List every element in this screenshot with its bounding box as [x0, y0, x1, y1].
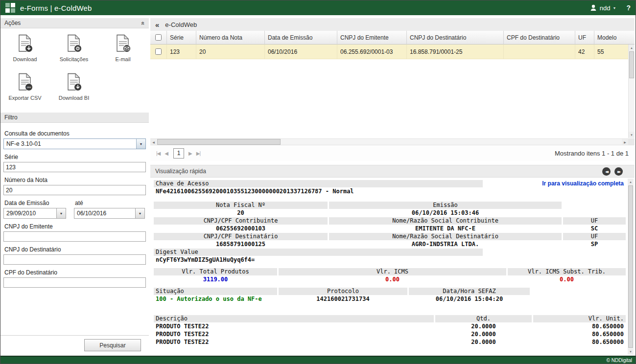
dest-nome-value: AGRO-INDSTRIA LTDA. — [329, 241, 562, 248]
prev-page-button[interactable]: ◀ — [165, 151, 168, 156]
action-label: E-mail — [115, 56, 130, 62]
data-de-dropdown-icon[interactable]: ▼ — [56, 208, 66, 218]
data-emissao-de-value: 29/09/2010 — [6, 210, 36, 217]
quickview-title: Visualização rápida — [155, 168, 206, 175]
collapse-sidebar-icon[interactable]: « — [155, 21, 159, 29]
full-view-link[interactable]: Ir para visualização completa — [542, 180, 624, 187]
contrib-nome-value: EMITENTE DA NFC-E — [329, 225, 562, 232]
table-vertical-scrollbar[interactable]: ▲ ▼ — [628, 45, 635, 138]
cnpj-emitente-label: CNPJ do Emitente — [4, 223, 145, 230]
action-solicitacoes[interactable]: Solicitações — [49, 34, 98, 62]
column-header-modelo[interactable]: Modelo — [594, 31, 635, 45]
table-horizontal-scrollbar[interactable]: ◀ ▶ — [150, 138, 635, 145]
cpf-destinatario-label: CPF do Destinatário — [4, 269, 145, 276]
item-row: PRODUTO TESTE22 20.0000 80.650000 — [154, 331, 626, 338]
cnpj-emitente-input[interactable] — [3, 231, 146, 242]
quickview-prev-button[interactable]: ◀◀ — [602, 167, 611, 176]
items-vlr-header: Vlr. Unit. — [533, 315, 626, 322]
data-emissao-ate-field[interactable]: 06/10/2016 ▼ — [74, 208, 145, 219]
app-window: e-Forms | e-ColdWeb ndd ▼ ? Ações « — [0, 0, 636, 364]
cpf-destinatario-input[interactable] — [3, 277, 146, 288]
dest-uf-label: UF — [563, 233, 626, 240]
cell-cnpj-emitente: 06.255.692/0001-03 — [337, 45, 407, 59]
column-header-cnpj-emitente[interactable]: CNPJ do Emitente — [337, 31, 407, 45]
help-button[interactable]: ? — [626, 4, 631, 12]
filter-panel-title: Filtro — [4, 114, 18, 121]
cell-data-emissao: 06/10/2016 — [265, 45, 337, 59]
vlr-total-value: 3119.00 — [154, 276, 277, 283]
main-header: « e-ColdWeb — [150, 18, 635, 31]
current-page-box[interactable]: 1 — [173, 148, 184, 159]
quickview-vscroll-thumb[interactable] — [628, 185, 633, 348]
column-header-cpf-destinatario[interactable]: CPF do Destinatário — [504, 31, 575, 45]
action-email[interactable]: E-mail — [98, 34, 147, 62]
sefaz-value: 06/10/2016 15:04:20 — [409, 296, 530, 303]
table-vscroll-thumb[interactable] — [629, 51, 634, 78]
cell-numero: 20 — [196, 45, 265, 59]
download-bi-icon — [65, 73, 83, 93]
scroll-right-icon[interactable]: ▶ — [622, 139, 628, 145]
numero-nota-input[interactable] — [3, 185, 146, 195]
action-exportar-csv[interactable]: csv Exportar CSV — [0, 73, 49, 101]
protocolo-label: Protocolo — [279, 288, 407, 295]
action-download[interactable]: Download — [0, 34, 49, 62]
item-descricao: PRODUTO TESTE22 — [154, 339, 434, 346]
quickview-next-button[interactable]: ▶▶ — [614, 167, 623, 176]
column-header-cnpj-destinatario[interactable]: CNPJ do Destinatário — [407, 31, 504, 45]
cnpj-destinatario-input[interactable] — [3, 254, 146, 265]
scroll-down-icon[interactable]: ▼ — [629, 132, 635, 138]
ate-label: até — [75, 200, 83, 206]
first-page-button[interactable]: |◀ — [156, 151, 160, 156]
action-label: Download — [13, 56, 37, 62]
download-doc-icon — [16, 34, 34, 55]
nota-fiscal-label: Nota Fiscal Nº — [154, 202, 328, 209]
pagination-bar: |◀ ◀ 1 ▶ ▶| Mostrando itens 1 - 1 de 1 — [150, 145, 635, 161]
last-page-button[interactable]: ▶| — [196, 151, 200, 156]
serie-input[interactable] — [3, 162, 146, 172]
column-header-numero[interactable]: Número da Nota — [196, 31, 265, 45]
data-ate-dropdown-icon[interactable]: ▼ — [135, 208, 144, 218]
sidebar: Ações « Download — [0, 18, 149, 356]
dest-nome-label: Nome/Razão Social Destinatário — [329, 233, 562, 240]
item-descricao: PRODUTO TESTE22 — [154, 323, 434, 330]
protocolo-value: 142160021731734 — [279, 296, 407, 303]
scroll-left-icon[interactable]: ◀ — [150, 139, 157, 145]
consulta-select[interactable]: NF-e 3.10-01 ▼ — [3, 138, 146, 149]
vlr-icms-value: 0.00 — [279, 276, 506, 283]
action-download-bi[interactable]: Download BI — [49, 73, 98, 101]
data-emissao-de-field[interactable]: 29/09/2010 ▼ — [3, 208, 66, 219]
table-row[interactable]: 123 20 06/10/2016 06.255.692/0001-03 16.… — [150, 45, 635, 59]
consulta-dropdown-icon[interactable]: ▼ — [136, 139, 145, 149]
collapse-actions-icon[interactable]: « — [140, 21, 147, 24]
scroll-down-icon[interactable]: ▼ — [628, 348, 634, 355]
results-table: Série Número da Nota Data de Emissão CNP… — [150, 31, 635, 138]
column-header-serie[interactable]: Série — [167, 31, 196, 45]
action-label: Download BI — [59, 95, 89, 101]
scrollbar-corner — [628, 139, 635, 145]
numero-nota-label: Número da Nota — [4, 177, 145, 183]
main-panel: « e-ColdWeb Série Número da Nota Data de… — [150, 18, 635, 356]
item-descricao: PRODUTO TESTE22 — [154, 331, 434, 338]
consulta-label: Consulta de documentos — [4, 130, 145, 137]
quickview-body: Chave de Acesso Ir para visualização com… — [150, 178, 635, 356]
table-hscroll-thumb[interactable] — [157, 139, 281, 145]
row-checkbox[interactable] — [155, 48, 162, 55]
pesquisar-button[interactable]: Pesquisar — [84, 339, 141, 351]
select-all-checkbox[interactable] — [155, 34, 162, 41]
footer: © NDDigital — [0, 356, 636, 364]
column-header-data-emissao[interactable]: Data de Emissão — [265, 31, 337, 45]
vlr-icms-st-label: Vlr. ICMS Subst. Trib. — [508, 268, 626, 275]
emissao-value: 06/10/2016 15:03:46 — [329, 209, 562, 217]
column-header-uf[interactable]: UF — [575, 31, 594, 45]
quickview-vertical-scrollbar[interactable]: ▲ ▼ — [628, 179, 634, 355]
scroll-up-icon[interactable]: ▲ — [628, 179, 634, 185]
items-descricao-header: Descrição — [154, 315, 434, 322]
vlr-total-label: Vlr. Total Produtos — [154, 268, 277, 275]
user-menu[interactable]: ndd ▼ — [589, 4, 616, 12]
item-row: PRODUTO TESTE22 20.0000 80.650000 — [154, 339, 626, 346]
app-logo-icon — [5, 3, 16, 13]
next-page-button[interactable]: ▶ — [188, 151, 192, 156]
cnpj-destinatario-label: CNPJ do Destinatário — [4, 246, 145, 253]
scroll-up-icon[interactable]: ▲ — [629, 45, 635, 51]
action-label: Exportar CSV — [8, 95, 41, 101]
